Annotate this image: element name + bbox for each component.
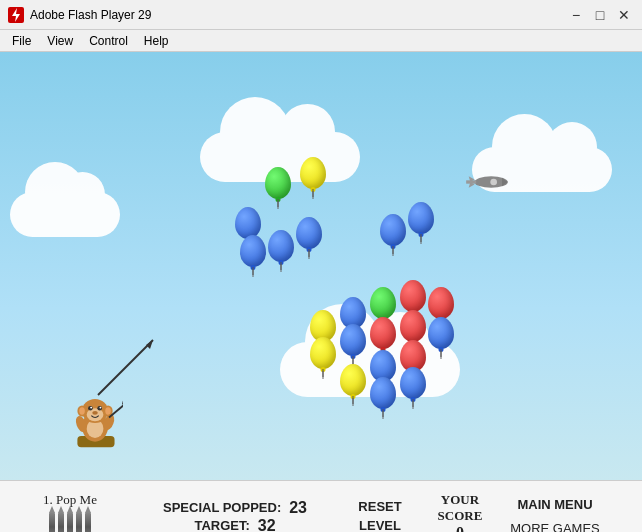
target-value: 32 <box>258 517 276 533</box>
titlebar-title: Adobe Flash Player 29 <box>30 8 151 22</box>
balloon-13[interactable] <box>310 337 336 369</box>
svg-point-17 <box>88 406 93 411</box>
balloon-15[interactable] <box>370 317 396 349</box>
balloon-1[interactable] <box>265 167 291 199</box>
flash-icon <box>8 7 24 23</box>
score-label: YOUR SCORE <box>420 492 500 524</box>
game-area[interactable] <box>0 52 642 480</box>
more-games-label: MORE GAMES <box>510 517 600 533</box>
reset-label: RESET LEVEL <box>340 498 420 532</box>
dart-4 <box>76 512 82 533</box>
svg-line-26 <box>98 340 153 395</box>
bottom-bar: 1. Pop Me SPECIAL POPPED: 23 TARGET: 32 … <box>0 480 642 532</box>
reset-level-button[interactable]: RESET LEVEL <box>340 498 420 532</box>
score-area: YOUR SCORE 0 <box>420 492 500 533</box>
svg-rect-7 <box>466 180 476 183</box>
score-value: 0 <box>456 524 464 533</box>
special-popped-row: SPECIAL POPPED: 23 <box>163 499 307 517</box>
balloon-3[interactable] <box>240 235 266 267</box>
balloon-14[interactable] <box>340 324 366 356</box>
balloon-6[interactable] <box>380 214 406 246</box>
balloon-0[interactable] <box>235 207 261 239</box>
svg-point-15 <box>105 407 111 414</box>
special-popped-label: SPECIAL POPPED: <box>163 500 281 515</box>
balloon-10[interactable] <box>370 287 396 319</box>
dart-1 <box>49 512 55 533</box>
balloon-16[interactable] <box>400 310 426 342</box>
balloon-7[interactable] <box>408 202 434 234</box>
balloon-5[interactable] <box>296 217 322 249</box>
target-row: TARGET: 32 <box>194 517 275 533</box>
dart-2 <box>58 512 64 533</box>
balloon-4[interactable] <box>268 230 294 262</box>
svg-point-6 <box>490 179 497 186</box>
menu-control[interactable]: Control <box>81 32 136 50</box>
titlebar-left: Adobe Flash Player 29 <box>8 7 151 23</box>
rocket <box>462 172 512 192</box>
balloon-11[interactable] <box>400 280 426 312</box>
balloon-12[interactable] <box>428 287 454 319</box>
cloud-left <box>10 192 120 237</box>
close-button[interactable]: ✕ <box>614 5 634 25</box>
svg-point-19 <box>90 407 92 409</box>
menu-file[interactable]: File <box>4 32 39 50</box>
balloon-18[interactable] <box>340 364 366 396</box>
dart-trajectory <box>88 325 168 405</box>
svg-marker-27 <box>146 340 153 349</box>
target-label: TARGET: <box>194 518 249 532</box>
dart-5 <box>85 512 91 533</box>
special-popped-value: 23 <box>289 499 307 517</box>
balloon-2[interactable] <box>300 157 326 189</box>
balloon-22[interactable] <box>400 367 426 399</box>
stats-area: SPECIAL POPPED: 23 TARGET: 32 <box>130 499 340 533</box>
menubar: File View Control Help <box>0 30 642 52</box>
dart-3 <box>67 512 73 533</box>
maximize-button[interactable]: □ <box>590 5 610 25</box>
minimize-button[interactable]: − <box>566 5 586 25</box>
menu-view[interactable]: View <box>39 32 81 50</box>
balloon-21[interactable] <box>370 377 396 409</box>
level-info: 1. Pop Me <box>10 492 130 533</box>
menu-help[interactable]: Help <box>136 32 177 50</box>
svg-point-21 <box>92 411 98 415</box>
svg-point-20 <box>99 407 101 409</box>
main-menu-label: MAIN MENU <box>517 493 592 516</box>
main-menu-area[interactable]: MAIN MENU MORE GAMES <box>500 493 610 532</box>
balloon-17[interactable] <box>428 317 454 349</box>
svg-point-18 <box>97 406 102 411</box>
svg-point-13 <box>79 407 85 414</box>
titlebar: Adobe Flash Player 29 − □ ✕ <box>0 0 642 30</box>
darts-display <box>49 512 91 533</box>
titlebar-controls: − □ ✕ <box>566 5 634 25</box>
